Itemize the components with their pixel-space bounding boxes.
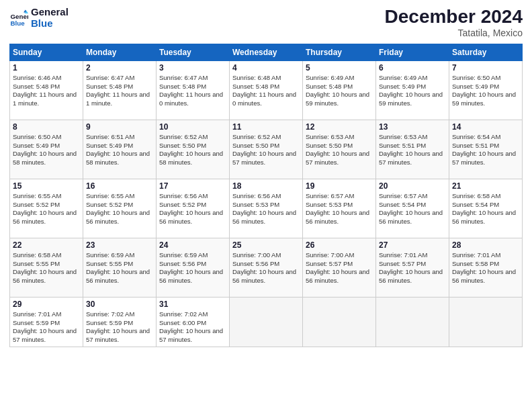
calendar-cell: 7 Sunrise: 6:50 AM Sunset: 5:49 PM Dayli… xyxy=(449,60,523,120)
calendar-cell: 27 Sunrise: 7:01 AM Sunset: 5:57 PM Dayl… xyxy=(376,238,449,297)
page-title: December 2024 xyxy=(385,7,523,28)
logo: General Blue General Blue xyxy=(9,7,69,29)
calendar-cell: 29 Sunrise: 7:01 AM Sunset: 5:59 PM Dayl… xyxy=(10,297,83,347)
calendar-cell: 13 Sunrise: 6:53 AM Sunset: 5:51 PM Dayl… xyxy=(376,120,449,179)
day-number: 4 xyxy=(232,63,300,73)
logo-icon: General Blue xyxy=(9,9,28,28)
day-number: 26 xyxy=(306,240,373,250)
calendar-cell: 24 Sunrise: 6:59 AM Sunset: 5:56 PM Dayl… xyxy=(157,238,230,297)
day-info: Sunrise: 7:01 AM Sunset: 5:59 PM Dayligh… xyxy=(13,310,80,345)
day-number: 27 xyxy=(379,240,446,250)
calendar-cell: 30 Sunrise: 7:02 AM Sunset: 5:59 PM Dayl… xyxy=(83,297,157,347)
calendar-cell: 18 Sunrise: 6:56 AM Sunset: 5:53 PM Dayl… xyxy=(230,179,303,238)
day-info: Sunrise: 7:01 AM Sunset: 5:57 PM Dayligh… xyxy=(379,251,446,285)
calendar-cell xyxy=(303,297,376,347)
day-number: 16 xyxy=(86,181,153,191)
day-info: Sunrise: 6:56 AM Sunset: 5:53 PM Dayligh… xyxy=(232,192,300,226)
day-info: Sunrise: 6:47 AM Sunset: 5:48 PM Dayligh… xyxy=(86,74,153,108)
calendar-cell xyxy=(449,297,523,347)
day-info: Sunrise: 7:00 AM Sunset: 5:56 PM Dayligh… xyxy=(232,251,300,285)
day-number: 10 xyxy=(159,122,226,132)
col-thursday: Thursday xyxy=(303,44,376,60)
day-info: Sunrise: 7:02 AM Sunset: 5:59 PM Dayligh… xyxy=(86,310,153,345)
calendar-cell: 3 Sunrise: 6:47 AM Sunset: 5:48 PM Dayli… xyxy=(157,60,230,120)
day-info: Sunrise: 6:55 AM Sunset: 5:52 PM Dayligh… xyxy=(86,192,153,226)
day-info: Sunrise: 6:47 AM Sunset: 5:48 PM Dayligh… xyxy=(159,74,226,108)
day-number: 29 xyxy=(13,300,80,309)
day-number: 20 xyxy=(379,181,446,191)
day-info: Sunrise: 6:52 AM Sunset: 5:50 PM Dayligh… xyxy=(232,133,300,167)
day-number: 30 xyxy=(86,300,153,309)
calendar-cell: 5 Sunrise: 6:49 AM Sunset: 5:48 PM Dayli… xyxy=(303,60,376,120)
day-info: Sunrise: 6:50 AM Sunset: 5:49 PM Dayligh… xyxy=(452,74,519,108)
logo-general: General xyxy=(31,7,69,18)
day-number: 7 xyxy=(452,63,519,73)
calendar-cell: 9 Sunrise: 6:51 AM Sunset: 5:49 PM Dayli… xyxy=(83,120,157,179)
day-number: 2 xyxy=(86,63,153,73)
calendar-cell: 14 Sunrise: 6:54 AM Sunset: 5:51 PM Dayl… xyxy=(449,120,523,179)
calendar-cell xyxy=(230,297,303,347)
calendar-cell: 26 Sunrise: 7:00 AM Sunset: 5:57 PM Dayl… xyxy=(303,238,376,297)
calendar-cell: 19 Sunrise: 6:57 AM Sunset: 5:53 PM Dayl… xyxy=(303,179,376,238)
day-info: Sunrise: 6:55 AM Sunset: 5:52 PM Dayligh… xyxy=(13,192,80,226)
calendar-cell: 22 Sunrise: 6:58 AM Sunset: 5:55 PM Dayl… xyxy=(10,238,83,297)
day-number: 8 xyxy=(13,122,80,132)
calendar-cell: 11 Sunrise: 6:52 AM Sunset: 5:50 PM Dayl… xyxy=(230,120,303,179)
day-number: 25 xyxy=(232,240,300,250)
day-number: 31 xyxy=(159,300,226,309)
calendar-cell: 31 Sunrise: 7:02 AM Sunset: 6:00 PM Dayl… xyxy=(157,297,230,347)
col-tuesday: Tuesday xyxy=(157,44,230,60)
calendar-cell: 23 Sunrise: 6:59 AM Sunset: 5:55 PM Dayl… xyxy=(83,238,157,297)
col-friday: Friday xyxy=(376,44,449,60)
day-info: Sunrise: 6:51 AM Sunset: 5:49 PM Dayligh… xyxy=(86,133,153,167)
day-number: 5 xyxy=(306,63,373,73)
calendar-cell: 6 Sunrise: 6:49 AM Sunset: 5:49 PM Dayli… xyxy=(376,60,449,120)
col-wednesday: Wednesday xyxy=(230,44,303,60)
day-info: Sunrise: 7:02 AM Sunset: 6:00 PM Dayligh… xyxy=(159,310,226,345)
day-number: 15 xyxy=(13,181,80,191)
calendar-cell: 12 Sunrise: 6:53 AM Sunset: 5:50 PM Dayl… xyxy=(303,120,376,179)
day-info: Sunrise: 6:59 AM Sunset: 5:55 PM Dayligh… xyxy=(86,251,153,285)
day-info: Sunrise: 6:46 AM Sunset: 5:48 PM Dayligh… xyxy=(13,74,80,108)
calendar-cell: 8 Sunrise: 6:50 AM Sunset: 5:49 PM Dayli… xyxy=(10,120,83,179)
day-info: Sunrise: 6:58 AM Sunset: 5:55 PM Dayligh… xyxy=(13,251,80,285)
day-info: Sunrise: 7:00 AM Sunset: 5:57 PM Dayligh… xyxy=(306,251,373,285)
day-info: Sunrise: 6:57 AM Sunset: 5:53 PM Dayligh… xyxy=(306,192,373,226)
col-monday: Monday xyxy=(83,44,157,60)
logo-blue: Blue xyxy=(31,18,69,30)
day-info: Sunrise: 6:56 AM Sunset: 5:52 PM Dayligh… xyxy=(159,192,226,226)
calendar-cell: 10 Sunrise: 6:52 AM Sunset: 5:50 PM Dayl… xyxy=(157,120,230,179)
day-number: 1 xyxy=(13,63,80,73)
day-number: 23 xyxy=(86,240,153,250)
day-number: 19 xyxy=(306,181,373,191)
day-number: 6 xyxy=(379,63,446,73)
svg-text:Blue: Blue xyxy=(10,19,25,27)
calendar-header-row: Sunday Monday Tuesday Wednesday Thursday… xyxy=(10,44,523,60)
day-info: Sunrise: 6:50 AM Sunset: 5:49 PM Dayligh… xyxy=(13,133,80,167)
day-number: 22 xyxy=(13,240,80,250)
day-info: Sunrise: 6:49 AM Sunset: 5:48 PM Dayligh… xyxy=(306,74,373,108)
day-info: Sunrise: 6:53 AM Sunset: 5:50 PM Dayligh… xyxy=(306,133,373,167)
calendar-cell: 1 Sunrise: 6:46 AM Sunset: 5:48 PM Dayli… xyxy=(10,60,83,120)
day-info: Sunrise: 7:01 AM Sunset: 5:58 PM Dayligh… xyxy=(452,251,519,285)
day-info: Sunrise: 6:53 AM Sunset: 5:51 PM Dayligh… xyxy=(379,133,446,167)
header: General Blue General Blue December 2024 … xyxy=(9,7,523,38)
day-number: 18 xyxy=(232,181,300,191)
day-info: Sunrise: 6:59 AM Sunset: 5:56 PM Dayligh… xyxy=(159,251,226,285)
day-number: 14 xyxy=(452,122,519,132)
col-saturday: Saturday xyxy=(449,44,523,60)
day-number: 9 xyxy=(86,122,153,132)
calendar-cell: 17 Sunrise: 6:56 AM Sunset: 5:52 PM Dayl… xyxy=(157,179,230,238)
day-number: 3 xyxy=(159,63,226,73)
day-info: Sunrise: 6:57 AM Sunset: 5:54 PM Dayligh… xyxy=(379,192,446,226)
calendar-cell: 21 Sunrise: 6:58 AM Sunset: 5:54 PM Dayl… xyxy=(449,179,523,238)
calendar-cell: 2 Sunrise: 6:47 AM Sunset: 5:48 PM Dayli… xyxy=(83,60,157,120)
page-subtitle: Tatatila, Mexico xyxy=(385,28,523,38)
calendar-cell: 25 Sunrise: 7:00 AM Sunset: 5:56 PM Dayl… xyxy=(230,238,303,297)
calendar-cell: 28 Sunrise: 7:01 AM Sunset: 5:58 PM Dayl… xyxy=(449,238,523,297)
day-info: Sunrise: 6:52 AM Sunset: 5:50 PM Dayligh… xyxy=(159,133,226,167)
calendar-cell xyxy=(376,297,449,347)
page: General Blue General Blue December 2024 … xyxy=(0,0,532,411)
calendar-table: Sunday Monday Tuesday Wednesday Thursday… xyxy=(9,44,523,347)
day-number: 13 xyxy=(379,122,446,132)
